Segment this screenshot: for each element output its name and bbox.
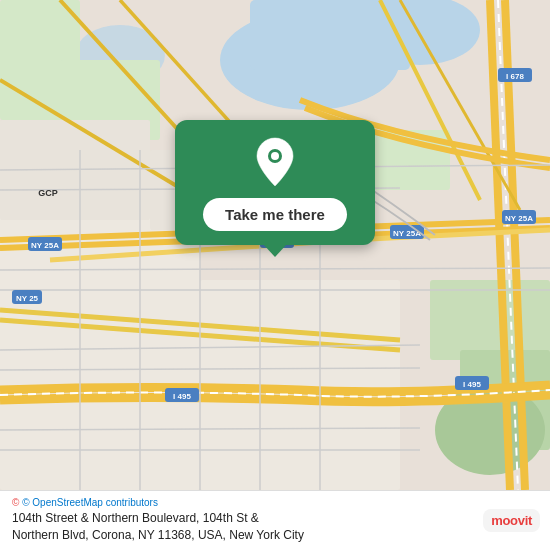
location-icon-wrapper [249,136,301,188]
address-text: 104th Street & Northern Boulevard, 104th… [12,510,304,544]
moovit-logo[interactable]: moovit [483,509,540,532]
footer-bar: © © OpenStreetMap contributors 104th Str… [0,490,550,550]
location-pin-icon [251,136,299,188]
svg-text:I 678: I 678 [506,72,524,81]
svg-text:NY 25A: NY 25A [31,241,59,250]
moovit-logo-text: moovit [483,509,540,532]
svg-rect-8 [430,280,550,360]
svg-text:NY 25A: NY 25A [505,214,533,223]
map-container: NY 25A NY 25A NY 25A I 678 NY 25A I 495 … [0,0,550,490]
svg-text:I 495: I 495 [463,380,481,389]
svg-text:NY 25: NY 25 [16,294,39,303]
osm-credit: © © OpenStreetMap contributors [12,497,304,508]
svg-text:GCP: GCP [38,188,58,198]
footer-left: © © OpenStreetMap contributors 104th Str… [12,497,304,544]
take-me-there-button[interactable]: Take me there [203,198,347,231]
svg-text:I 495: I 495 [173,392,191,401]
popup-card: Take me there [175,120,375,245]
svg-point-49 [271,152,279,160]
osm-link[interactable]: © OpenStreetMap contributors [22,497,158,508]
osm-icon: © [12,497,19,508]
